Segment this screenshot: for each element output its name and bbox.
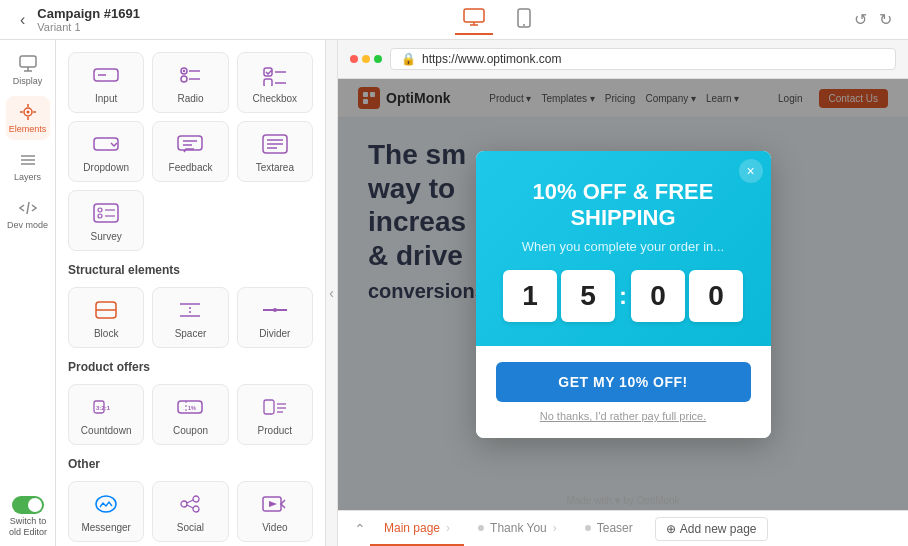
svg-point-38 <box>98 208 102 212</box>
svg-point-23 <box>181 76 187 82</box>
element-product-label: Product <box>258 425 292 436</box>
svg-rect-54 <box>264 400 274 414</box>
element-divider-label: Divider <box>259 328 290 339</box>
tabs-chevron-up[interactable]: ⌃ <box>354 521 366 537</box>
tab-thankyou-dot <box>478 525 484 531</box>
element-checkbox-label: Checkbox <box>253 93 297 104</box>
modal-decline-link[interactable]: No thanks, I'd rather pay full price. <box>496 410 751 422</box>
element-textarea[interactable]: Textarea <box>237 121 313 182</box>
icon-nav: Display Elements Layers <box>0 40 56 546</box>
element-messenger[interactable]: Messenger <box>68 481 144 542</box>
structural-elements-grid: Block Spacer <box>68 287 313 348</box>
mobile-device-button[interactable] <box>509 4 539 35</box>
elements-panel: Input Radio <box>56 40 326 546</box>
desktop-device-button[interactable] <box>455 4 493 35</box>
tab-teaser[interactable]: Teaser <box>571 511 647 546</box>
element-spacer[interactable]: Spacer <box>152 287 228 348</box>
sidebar-elements-label: Elements <box>9 124 47 134</box>
redo-button[interactable]: ↻ <box>879 10 892 29</box>
browser-dot-yellow <box>362 55 370 63</box>
tab-teaser-label: Teaser <box>597 521 633 535</box>
svg-point-48 <box>273 308 277 312</box>
bottom-tabs: ⌃ Main page › Thank You › Teaser ⊕ Add n… <box>338 510 908 546</box>
browser-lock-icon: 🔒 <box>401 52 416 66</box>
collapse-handle[interactable] <box>326 40 338 546</box>
element-divider[interactable]: Divider <box>237 287 313 348</box>
element-feedback-label: Feedback <box>169 162 213 173</box>
element-product[interactable]: Product <box>237 384 313 445</box>
element-countdown[interactable]: 3:2:1 Countdown <box>68 384 144 445</box>
svg-text:1%: 1% <box>188 405 196 411</box>
other-elements-title: Other <box>68 457 313 471</box>
top-bar: ‹ Campaign #1691 Variant 1 ↺ ↻ <box>0 0 908 40</box>
countdown-digit-2: 5 <box>561 270 615 322</box>
element-spacer-label: Spacer <box>175 328 207 339</box>
element-block[interactable]: Block <box>68 287 144 348</box>
tab-thankyou-arrow: › <box>553 521 557 535</box>
campaign-info: Campaign #1691 Variant 1 <box>37 6 140 33</box>
modal-close-button[interactable]: × <box>739 159 763 183</box>
svg-point-60 <box>181 501 187 507</box>
sidebar-devmode-label: Dev mode <box>7 220 48 230</box>
back-button[interactable]: ‹ <box>16 7 29 33</box>
svg-rect-37 <box>94 204 118 222</box>
canvas-area: 🔒 https://www.optimonk.com OptiMonk <box>338 40 908 546</box>
old-editor-label: Switch to old Editor <box>4 516 52 538</box>
modal-overlay: × 10% OFF & FREESHIPPING When you comple… <box>338 79 908 510</box>
countdown-digit-4: 0 <box>689 270 743 322</box>
svg-point-9 <box>26 111 29 114</box>
old-editor-switch[interactable]: Switch to old Editor <box>4 496 52 538</box>
svg-rect-30 <box>178 136 202 150</box>
modal: × 10% OFF & FREESHIPPING When you comple… <box>476 151 771 439</box>
made-with-label: Made with ♥ by OptiMonk <box>566 495 679 506</box>
browser-dot-red <box>350 55 358 63</box>
element-dropdown[interactable]: Dropdown <box>68 121 144 182</box>
sidebar-item-layers[interactable]: Layers <box>6 144 50 188</box>
modal-title: 10% OFF & FREESHIPPING <box>496 179 751 232</box>
top-bar-left: ‹ Campaign #1691 Variant 1 <box>16 6 140 33</box>
product-offers-title: Product offers <box>68 360 313 374</box>
element-feedback[interactable]: Feedback <box>152 121 228 182</box>
element-video-label: Video <box>262 522 287 533</box>
svg-point-21 <box>183 70 185 72</box>
element-coupon-label: Coupon <box>173 425 208 436</box>
sidebar-item-elements[interactable]: Elements <box>6 96 50 140</box>
element-checkbox[interactable]: Checkbox <box>237 52 313 113</box>
sidebar-item-devmode[interactable]: Dev mode <box>6 192 50 236</box>
element-video[interactable]: Video <box>237 481 313 542</box>
tab-thank-you-label: Thank You <box>490 521 547 535</box>
svg-rect-29 <box>94 138 118 150</box>
add-page-label: Add new page <box>680 522 757 536</box>
browser-frame: 🔒 https://www.optimonk.com <box>338 40 908 79</box>
countdown: 1 5 : 0 0 <box>496 270 751 322</box>
svg-point-39 <box>98 214 102 218</box>
form-elements-grid: Input Radio <box>68 52 313 251</box>
svg-marker-65 <box>269 501 277 507</box>
old-editor-toggle[interactable] <box>12 496 44 514</box>
sidebar-layers-label: Layers <box>14 172 41 182</box>
element-messenger-label: Messenger <box>81 522 130 533</box>
countdown-digit-3: 0 <box>631 270 685 322</box>
modal-bottom: GET MY 10% OFF! No thanks, I'd rather pa… <box>476 346 771 438</box>
browser-url-bar[interactable]: 🔒 https://www.optimonk.com <box>390 48 896 70</box>
tab-thank-you[interactable]: Thank You › <box>464 511 571 546</box>
add-page-button[interactable]: ⊕ Add new page <box>655 517 768 541</box>
svg-text:3:2:1: 3:2:1 <box>96 405 111 411</box>
top-bar-right: ↺ ↻ <box>854 10 892 29</box>
element-social[interactable]: Social <box>152 481 228 542</box>
modal-cta-button[interactable]: GET MY 10% OFF! <box>496 362 751 402</box>
undo-button[interactable]: ↺ <box>854 10 867 29</box>
element-radio[interactable]: Radio <box>152 52 228 113</box>
tab-main-page[interactable]: Main page › <box>370 511 464 546</box>
other-elements-grid: Messenger Social <box>68 481 313 542</box>
element-radio-label: Radio <box>177 93 203 104</box>
element-survey[interactable]: Survey <box>68 190 144 251</box>
element-input[interactable]: Input <box>68 52 144 113</box>
countdown-separator: : <box>619 282 627 310</box>
modal-top: × 10% OFF & FREESHIPPING When you comple… <box>476 151 771 347</box>
sidebar-item-display[interactable]: Display <box>6 48 50 92</box>
browser-dot-green <box>374 55 382 63</box>
element-coupon[interactable]: 1% Coupon <box>152 384 228 445</box>
element-social-label: Social <box>177 522 204 533</box>
tab-main-page-label: Main page <box>384 521 440 535</box>
